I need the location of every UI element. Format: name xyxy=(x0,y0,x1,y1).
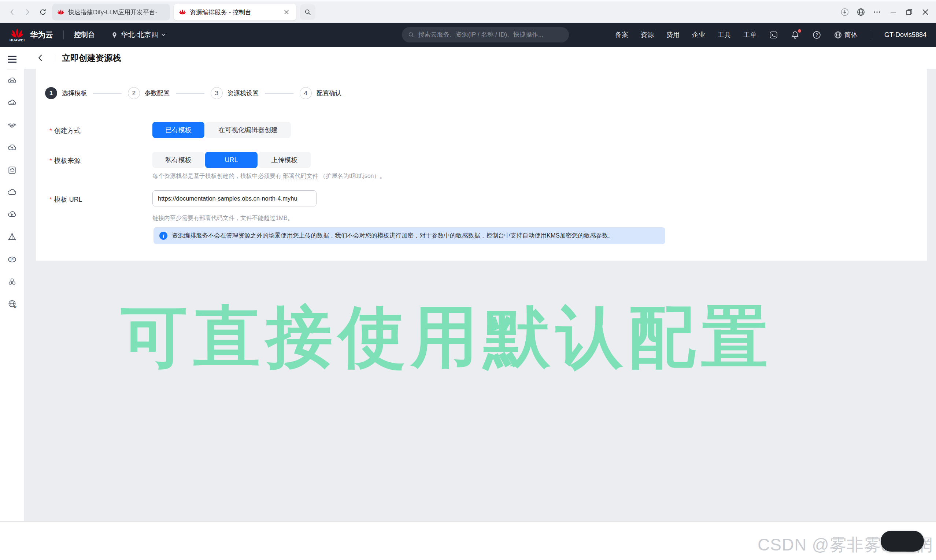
step-4-label: 配置确认 xyxy=(316,89,341,97)
globe-icon xyxy=(834,31,842,39)
browser-reload-button[interactable] xyxy=(37,6,49,18)
browser-globe-button[interactable] xyxy=(855,6,867,18)
notification-dot xyxy=(798,29,801,32)
template-url-label: *模板 URL xyxy=(49,195,82,204)
menu-item-enterprise[interactable]: 企业 xyxy=(692,31,705,39)
brand-sub-label: HUAWEI xyxy=(9,39,25,42)
required-marker: * xyxy=(49,128,52,134)
restore-icon xyxy=(905,8,913,16)
step-1-label: 选择模板 xyxy=(62,89,87,97)
step-2-label: 参数配置 xyxy=(145,89,170,97)
region-selector[interactable]: 华北-北京四 xyxy=(111,30,166,40)
step-4-circle: 4 xyxy=(300,87,312,99)
notifications-button[interactable] xyxy=(791,31,800,40)
tab-search-button[interactable] xyxy=(300,5,315,20)
web-globe-icon: w xyxy=(7,299,17,309)
option-upload-template[interactable]: 上传模板 xyxy=(258,152,311,168)
info-banner-text: 资源编排服务不会在管理资源之外的场景使用您上传的数据，我们不会对您的模板进行加密… xyxy=(172,232,614,240)
tab-title: 快速搭建Dify-LLM应用开发平台- xyxy=(68,8,165,17)
cluster-icon xyxy=(7,277,17,287)
sidebar-item-web-globe[interactable]: w xyxy=(7,299,17,309)
option-existing-template[interactable]: 已有模板 xyxy=(153,122,204,138)
console-search[interactable] xyxy=(402,27,569,43)
floating-pill-button[interactable] xyxy=(880,531,924,552)
template-source-options: 私有模板 URL 上传模板 xyxy=(153,152,311,168)
cloud-icon xyxy=(7,188,17,198)
menu-icon xyxy=(7,55,17,63)
sidebar-item-cloud-upload[interactable] xyxy=(7,143,17,153)
sidebar-menu-button[interactable] xyxy=(7,54,17,65)
region-label: 华北-北京四 xyxy=(121,30,158,40)
huawei-favicon xyxy=(179,8,186,16)
sidebar-item-cloud-server[interactable] xyxy=(7,76,17,86)
account-name[interactable]: GT-Dovis5884 xyxy=(884,31,927,39)
huawei-favicon xyxy=(57,8,65,16)
network-waves-icon xyxy=(7,120,17,131)
back-icon[interactable] xyxy=(37,54,44,62)
menu-item-billing[interactable]: 费用 xyxy=(666,31,680,39)
download-button[interactable] xyxy=(839,6,851,18)
svg-text:?: ? xyxy=(816,32,818,37)
menu-item-beian[interactable]: 备案 xyxy=(615,31,628,39)
deploy-code-file-link[interactable]: 部署代码文件 xyxy=(283,173,318,179)
download-icon xyxy=(840,8,849,17)
step-indicator: 1 选择模板 2 参数配置 3 资源栈设置 4 配置确认 xyxy=(45,87,341,99)
sidebar-item-cloud-console[interactable] xyxy=(7,98,17,108)
help-button[interactable]: ? xyxy=(812,31,821,40)
create-mode-options: 已有模板 在可视化编辑器创建 xyxy=(153,122,291,138)
sidebar-item-cluster[interactable] xyxy=(7,277,17,287)
browser-forward-button[interactable] xyxy=(21,6,34,18)
info-icon: i xyxy=(159,232,167,240)
console-header: HUAWEI 华为云 控制台 华北-北京四 备案 资源 费用 企业 工具 工单 xyxy=(0,23,936,47)
step-1-circle: 1 xyxy=(45,87,57,99)
step-2-circle: 2 xyxy=(128,87,140,99)
cloud-server-icon xyxy=(7,76,17,86)
required-marker: * xyxy=(49,157,52,165)
sidebar-item-topology[interactable] xyxy=(7,232,17,242)
console-link[interactable]: 控制台 xyxy=(74,30,95,40)
window-close-button[interactable] xyxy=(919,6,931,18)
close-icon xyxy=(922,9,929,15)
option-visual-editor[interactable]: 在可视化编辑器创建 xyxy=(205,122,291,138)
sidebar-item-eip[interactable]: IP xyxy=(7,254,17,265)
search-icon xyxy=(304,8,311,16)
tab-title: 资源编排服务 - 控制台 xyxy=(190,8,279,17)
container-cloud-icon xyxy=(7,165,17,175)
language-selector[interactable]: 简体 xyxy=(834,31,857,39)
sidebar-item-network-waves[interactable] xyxy=(7,120,17,131)
option-url[interactable]: URL xyxy=(205,152,258,168)
template-url-hint: 链接内至少需要有部署代码文件，文件不能超过1MB。 xyxy=(153,214,293,222)
cloud-console-icon xyxy=(7,98,17,108)
step-connector xyxy=(176,93,204,94)
browser-controls xyxy=(839,6,931,18)
menu-item-tickets[interactable]: 工单 xyxy=(743,31,757,39)
template-url-input[interactable] xyxy=(153,190,316,206)
globe-icon xyxy=(856,8,865,17)
cloud-media-icon xyxy=(7,210,17,220)
menu-item-tools[interactable]: 工具 xyxy=(718,31,731,39)
browser-menu-button[interactable] xyxy=(871,6,883,18)
brand[interactable]: HUAWEI 华为云 xyxy=(9,28,53,42)
tab-close-button[interactable] xyxy=(282,7,291,17)
browser-back-button[interactable] xyxy=(6,6,19,18)
chevron-down-icon xyxy=(161,32,166,37)
sidebar-item-container-cloud[interactable] xyxy=(7,165,17,175)
header-menu: 备案 资源 费用 企业 工具 工单 ? 简体 GT-Dovis5884 xyxy=(615,31,927,40)
svg-text:IP: IP xyxy=(10,258,13,262)
cli-button[interactable] xyxy=(769,31,778,40)
window-minimize-button[interactable] xyxy=(887,6,899,18)
browser-tab-dify[interactable]: 快速搭建Dify-LLM应用开发平台- xyxy=(52,4,170,20)
browser-tab-rfs[interactable]: 资源编排服务 - 控制台 xyxy=(174,4,296,20)
location-pin-icon xyxy=(111,31,118,38)
sidebar-divider xyxy=(7,69,17,70)
help-icon: ? xyxy=(812,31,821,40)
menu-item-resources[interactable]: 资源 xyxy=(641,31,654,39)
create-stack-card: 1 选择模板 2 参数配置 3 资源栈设置 4 配置确认 *创建方式 已有模板 … xyxy=(36,69,927,261)
ellipsis-icon xyxy=(873,8,881,16)
sidebar-item-cloud-media[interactable] xyxy=(7,210,17,220)
search-input[interactable] xyxy=(418,31,563,38)
window-restore-button[interactable] xyxy=(903,6,916,18)
option-private-template[interactable]: 私有模板 xyxy=(153,152,204,168)
sidebar-item-cloud[interactable] xyxy=(7,188,17,198)
svg-text:w: w xyxy=(14,305,17,309)
